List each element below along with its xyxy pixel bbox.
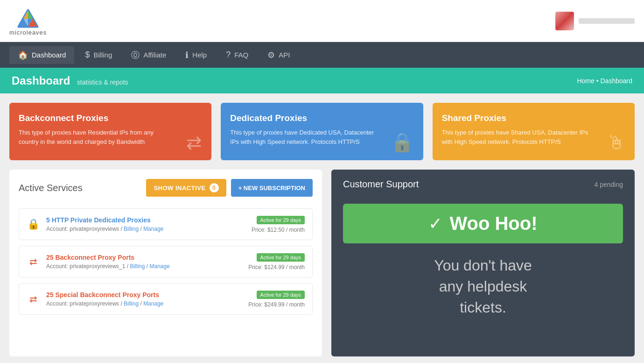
service-price-1: Price: $12.50 / month xyxy=(252,227,305,233)
service-manage-link-1[interactable]: Manage xyxy=(143,226,163,232)
support-message-line3: tickets. xyxy=(460,299,506,316)
nav-api[interactable]: ⚙ API xyxy=(259,46,298,64)
info-icon: ℹ xyxy=(185,50,189,60)
service-right-1: Active for 29 days Price: $12.50 / month xyxy=(252,215,305,233)
nav-dashboard-label: Dashboard xyxy=(32,51,66,59)
service-status-3: Active for 29 days xyxy=(257,291,305,299)
page-title: Dashboard xyxy=(12,74,70,87)
nav-billing[interactable]: $ Billing xyxy=(77,46,120,64)
service-info-1: 5 HTTP Private Dedicated Proxies Account… xyxy=(46,216,164,232)
new-subscription-button[interactable]: + NEW SUBSCRIPTION xyxy=(231,179,313,197)
service-left-3: ⇄ 25 Special Backconnect Proxy Ports Acc… xyxy=(27,291,164,307)
breadcrumb: Home • Dashboard xyxy=(577,77,632,85)
backconnect-icon: ⇄ xyxy=(186,132,202,153)
service-right-2: Active for 29 days Price: $124.99 / mont… xyxy=(248,253,305,270)
service-name-2[interactable]: 25 Backconnect Proxy Ports xyxy=(46,254,170,261)
service-item-2: ⇄ 25 Backconnect Proxy Ports Account: pr… xyxy=(19,246,313,278)
service-info-2: 25 Backconnect Proxy Ports Account: priv… xyxy=(46,254,170,270)
customer-support-panel: Customer Support 4 pending ✓ Woo Hoo! Yo… xyxy=(331,170,635,356)
user-name xyxy=(579,18,635,24)
service-billing-link-1[interactable]: Billing xyxy=(124,226,139,232)
service-status-1: Active for 29 days xyxy=(257,216,305,224)
nav-dashboard[interactable]: 🏠 Dashboard xyxy=(9,46,74,64)
service-price-3: Price: $249.99 / month xyxy=(248,301,305,308)
service-right-3: Active for 29 days Price: $249.99 / mont… xyxy=(248,290,305,308)
service-billing-link-3[interactable]: Billing xyxy=(124,300,139,307)
nav-faq[interactable]: ? FAQ xyxy=(217,46,257,64)
backconnect-proxy-icon-3: ⇄ xyxy=(27,293,40,305)
top-bar: microleaves xyxy=(0,0,644,42)
breadcrumb-left: Dashboard statistics & repots xyxy=(12,74,128,87)
support-message-line2: any helpdesk xyxy=(439,278,527,295)
service-left-2: ⇄ 25 Backconnect Proxy Ports Account: pr… xyxy=(27,254,170,270)
dollar-icon: $ xyxy=(85,50,90,60)
proxy-card-dedicated[interactable]: Dedicated Proxies This type of proxies h… xyxy=(221,103,423,160)
show-inactive-label: SHOW INACTIVE xyxy=(154,185,205,192)
proxy-card-backconnect-desc: This type of proxies have Residential IP… xyxy=(19,128,166,146)
home-icon: 🏠 xyxy=(18,50,28,60)
dedicated-proxy-icon: 🔒 xyxy=(27,218,40,230)
service-info-3: 25 Special Backconnect Proxy Ports Accou… xyxy=(46,291,164,307)
checkmark-icon: ✓ xyxy=(428,214,442,234)
question-icon: ? xyxy=(226,50,231,60)
breadcrumb-current: Dashboard xyxy=(601,77,633,85)
nav-affiliate[interactable]: ⓪ Affiliate xyxy=(123,46,175,64)
service-name-3[interactable]: 25 Special Backconnect Proxy Ports xyxy=(46,291,164,299)
nav-faq-label: FAQ xyxy=(234,51,248,59)
proxy-card-shared-title: Shared Proxies xyxy=(442,113,625,123)
breadcrumb-home[interactable]: Home xyxy=(577,77,594,85)
service-item-3: ⇄ 25 Special Backconnect Proxy Ports Acc… xyxy=(19,283,313,315)
proxy-card-backconnect[interactable]: Backconnect Proxies This type of proxies… xyxy=(9,103,211,160)
user-avatar xyxy=(555,12,574,30)
service-name-1[interactable]: 5 HTTP Private Dedicated Proxies xyxy=(46,216,164,224)
proxy-card-dedicated-desc: This type of proxies have Dedicated USA,… xyxy=(230,128,377,146)
logo-area[interactable]: microleaves xyxy=(9,6,47,36)
service-item-1: 🔒 5 HTTP Private Dedicated Proxies Accou… xyxy=(19,208,313,240)
main-nav: 🏠 Dashboard $ Billing ⓪ Affiliate ℹ Help… xyxy=(0,42,644,68)
proxy-card-dedicated-title: Dedicated Proxies xyxy=(230,113,413,123)
proxy-card-backconnect-title: Backconnect Proxies xyxy=(19,113,202,123)
breadcrumb-bar: Dashboard statistics & repots Home • Das… xyxy=(0,68,644,93)
nav-help[interactable]: ℹ Help xyxy=(177,46,215,64)
service-account-2: Account: privateproxyreviews_1 / Billing… xyxy=(46,263,170,270)
service-account-3: Account: privateproxyreviews / Billing /… xyxy=(46,300,164,307)
service-left-1: 🔒 5 HTTP Private Dedicated Proxies Accou… xyxy=(27,216,164,232)
service-price-2: Price: $124.99 / month xyxy=(248,264,305,270)
main-content: Backconnect Proxies This type of proxies… xyxy=(0,93,644,363)
affiliate-icon: ⓪ xyxy=(131,50,140,61)
services-header: Active Services SHOW INACTIVE 0 + NEW SU… xyxy=(19,179,313,197)
nav-api-label: API xyxy=(279,51,290,59)
service-billing-link-2[interactable]: Billing xyxy=(130,263,145,270)
support-message-line1: You don't have xyxy=(434,257,532,274)
breadcrumb-separator: • xyxy=(596,77,599,85)
service-account-1: Account: privateproxyreviews / Billing /… xyxy=(46,226,164,232)
gear-icon: ⚙ xyxy=(267,50,275,60)
nav-billing-label: Billing xyxy=(93,51,112,59)
service-manage-link-3[interactable]: Manage xyxy=(143,300,163,307)
support-message: You don't have any helpdesk tickets. xyxy=(343,255,623,318)
woo-hoo-box: ✓ Woo Hoo! xyxy=(343,204,623,243)
service-manage-link-2[interactable]: Manage xyxy=(149,263,169,270)
inactive-count-badge: 0 xyxy=(210,183,219,192)
logo-text: microleaves xyxy=(9,29,47,36)
proxy-card-shared[interactable]: Shared Proxies This type of proxies have… xyxy=(433,103,635,160)
page-subtitle: statistics & repots xyxy=(77,78,128,86)
support-pending: 4 pending xyxy=(594,181,623,188)
service-status-2: Active for 29 days xyxy=(257,253,305,262)
support-header: Customer Support 4 pending xyxy=(343,179,623,190)
proxy-cards: Backconnect Proxies This type of proxies… xyxy=(9,103,635,160)
woo-hoo-text: Woo Hoo! xyxy=(449,213,537,234)
services-actions: SHOW INACTIVE 0 + NEW SUBSCRIPTION xyxy=(146,179,313,197)
lower-section: Active Services SHOW INACTIVE 0 + NEW SU… xyxy=(9,170,635,356)
backconnect-proxy-icon-2: ⇄ xyxy=(27,256,40,267)
logo-icon xyxy=(14,6,42,29)
nav-affiliate-label: Affiliate xyxy=(143,51,166,59)
proxy-card-shared-desc: This type of proxies have Shared USA, Da… xyxy=(442,128,589,146)
nav-help-label: Help xyxy=(192,51,207,59)
active-services-panel: Active Services SHOW INACTIVE 0 + NEW SU… xyxy=(9,170,322,356)
new-subscription-label: + NEW SUBSCRIPTION xyxy=(238,185,305,192)
show-inactive-button[interactable]: SHOW INACTIVE 0 xyxy=(146,179,226,197)
support-title: Customer Support xyxy=(343,179,419,190)
dedicated-icon: 🔒 xyxy=(391,131,414,153)
services-title: Active Services xyxy=(19,183,83,193)
